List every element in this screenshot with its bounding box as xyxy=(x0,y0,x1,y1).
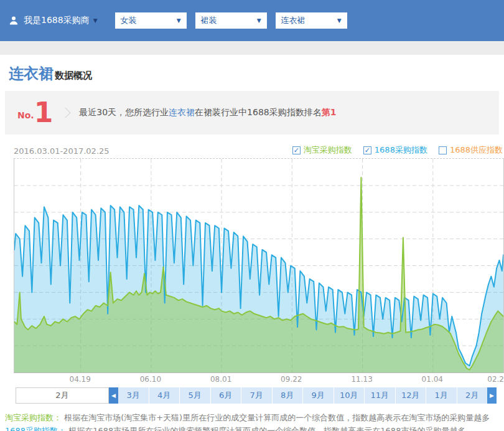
rank-text-middle: 在裙装行业中1688采购指数排名 xyxy=(195,107,322,117)
user-menu[interactable]: 我是1688采购商 ▼ xyxy=(9,15,98,26)
month-cell-12月[interactable]: 12月 xyxy=(396,387,427,404)
rank-banner: No. 1 最近30天，您所选行业连衣裙在裙装行业中1688采购指数排名第1 xyxy=(5,91,499,135)
header-sub-strip xyxy=(0,41,504,55)
footnote-1688: 1688采购指数： 根据在1688市场里所在行业的搜索频繁程度计算而成的一个综合… xyxy=(5,424,504,431)
chevron-down-icon: ▼ xyxy=(337,17,342,24)
month-select-dropdown[interactable]: 2月 xyxy=(16,387,109,404)
chevron-down-icon: ▼ xyxy=(177,17,181,24)
x-tick-label: 02.25 xyxy=(487,375,504,384)
dropdown-value: 裙装 xyxy=(201,15,217,26)
x-tick-label: 01.04 xyxy=(422,375,443,384)
x-tick-label: 04.19 xyxy=(70,375,91,384)
legend-item-1[interactable]: ✓1688采购指数 xyxy=(363,144,427,156)
category-dropdown-level2[interactable]: 裙装 ▼ xyxy=(195,12,267,29)
dropdown-value: 连衣裙 xyxy=(281,15,306,26)
month-bar: 2月 ◀ 3月4月5月6月7月8月9月10月11月12月1月2月 ▶ xyxy=(16,387,497,404)
legend-item-0[interactable]: ✓淘宝采购指数 xyxy=(292,144,352,156)
month-cell-3月[interactable]: 3月 xyxy=(118,387,149,404)
month-cell-10月[interactable]: 10月 xyxy=(334,387,365,404)
checkbox-unchecked-icon[interactable] xyxy=(439,146,447,154)
checkbox-checked-icon[interactable]: ✓ xyxy=(292,146,301,154)
rank-number: 1 xyxy=(34,101,54,124)
footnote-taobao: 淘宝采购指数： 根据在淘宝市场(淘宝集市+天猫)里所在行业的成交量计算而成的一个… xyxy=(5,411,504,424)
month-select-value: 2月 xyxy=(55,390,68,401)
trend-chart xyxy=(14,158,504,373)
category-dropdown-level3[interactable]: 连衣裙 ▼ xyxy=(276,12,347,29)
top-header: 我是1688采购商 ▼ 女装 ▼ 裙装 ▼ 连衣裙 ▼ xyxy=(0,0,504,41)
chevron-down-icon: ▼ xyxy=(93,17,98,24)
legend-label: 1688采购指数 xyxy=(375,144,427,156)
month-cell-6月[interactable]: 6月 xyxy=(211,387,242,404)
x-tick-label: 08.01 xyxy=(210,375,231,384)
category-dropdown-level1[interactable]: 女装 ▼ xyxy=(115,12,187,29)
chevron-right-icon xyxy=(60,108,71,118)
month-cell-1月[interactable]: 1月 xyxy=(426,387,457,404)
legend-label: 1688供应指数 xyxy=(450,144,503,156)
chevron-down-icon: ▼ xyxy=(257,17,261,24)
chart-header: 2016.03.01-2017.02.25 ✓淘宝采购指数✓1688采购指数16… xyxy=(14,144,503,156)
date-range-label: 2016.03.01-2017.02.25 xyxy=(14,146,110,156)
rank-text-keyword[interactable]: 连衣裙 xyxy=(169,107,195,117)
rank-no-label: No. xyxy=(17,110,34,120)
page-title: 连衣裙 数据概况 xyxy=(9,64,504,83)
rank-number-block: No. 1 xyxy=(17,101,53,124)
x-axis-ticks: 04.1906.1008.0109.2211.1301.0402.25 xyxy=(14,373,503,386)
chart-svg xyxy=(14,159,503,372)
month-cell-5月[interactable]: 5月 xyxy=(180,387,211,404)
month-cell-8月[interactable]: 8月 xyxy=(273,387,304,404)
month-cell-11月[interactable]: 11月 xyxy=(365,387,396,404)
checkbox-checked-icon[interactable]: ✓ xyxy=(363,146,371,154)
month-cell-2月[interactable]: 2月 xyxy=(457,387,488,404)
month-prev-button[interactable]: ◀ xyxy=(109,387,118,404)
rank-banner-text: 最近30天，您所选行业连衣裙在裙装行业中1688采购指数排名第1 xyxy=(79,107,336,118)
user-icon xyxy=(9,16,19,26)
user-menu-label: 我是1688采购商 xyxy=(24,15,90,26)
footnote-1688-label: 1688采购指数： xyxy=(5,426,66,431)
rank-text-rank: 第1 xyxy=(322,107,337,117)
x-tick-label: 11.13 xyxy=(351,375,372,384)
x-tick-label: 09.22 xyxy=(281,375,302,384)
month-cell-9月[interactable]: 9月 xyxy=(303,387,334,404)
x-tick-label: 06.10 xyxy=(140,375,161,384)
rank-text-prefix: 最近30天，您所选行业 xyxy=(79,107,169,117)
footnote-taobao-text: 根据在淘宝市场(淘宝集市+天猫)里所在行业的成交量计算而成的一个综合数值，指数越… xyxy=(64,413,490,422)
page-title-keyword: 连衣裙 xyxy=(9,64,54,83)
chart-legend: ✓淘宝采购指数✓1688采购指数1688供应指数 xyxy=(292,144,503,156)
legend-item-2[interactable]: 1688供应指数 xyxy=(439,144,503,156)
dropdown-value: 女装 xyxy=(121,15,137,26)
month-next-button[interactable]: ▶ xyxy=(487,387,497,404)
month-cell-4月[interactable]: 4月 xyxy=(149,387,180,404)
footnote-1688-text: 根据在1688市场里所在行业的搜索频繁程度计算而成的一个综合数值，指数越高表示在… xyxy=(68,426,465,431)
index-footnotes: 淘宝采购指数： 根据在淘宝市场(淘宝集市+天猫)里所在行业的成交量计算而成的一个… xyxy=(5,411,504,431)
footnote-taobao-label: 淘宝采购指数： xyxy=(5,413,62,422)
month-cell-7月[interactable]: 7月 xyxy=(241,387,273,404)
month-cells: 3月4月5月6月7月8月9月10月11月12月1月2月 xyxy=(118,387,487,404)
category-dropdowns: 女装 ▼ 裙装 ▼ 连衣裙 ▼ xyxy=(115,12,347,29)
page-title-suffix: 数据概况 xyxy=(55,70,92,82)
legend-label: 淘宝采购指数 xyxy=(304,144,352,156)
